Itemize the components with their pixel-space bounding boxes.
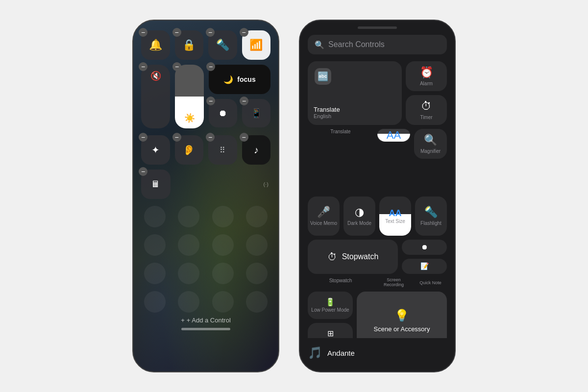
stopwatch-control[interactable]: ⏱ Stopwatch — [308, 240, 398, 274]
record-icon: ⏺ — [219, 108, 227, 119]
calculator-control[interactable]: − 🖩 — [141, 170, 171, 199]
music-icon: ♪ — [254, 145, 259, 156]
ear-icon: 👂 — [183, 144, 195, 156]
brightness-slider[interactable]: AA — [377, 129, 410, 142]
bell-icon: 🔔 — [149, 39, 162, 51]
bulb-icon: 💡 — [394, 309, 409, 322]
remove-badge[interactable]: − — [172, 133, 181, 142]
remove-badge[interactable]: − — [139, 28, 147, 37]
focus-label: focus — [237, 75, 255, 83]
remove-badge[interactable]: − — [240, 97, 248, 105]
accessibility-control[interactable]: − ⠿ — [208, 135, 237, 165]
remove-badge[interactable]: − — [206, 62, 215, 71]
low-power-icon: 🔋 — [325, 297, 335, 307]
remove-badge[interactable]: − — [139, 167, 147, 176]
volume-control[interactable]: − 🔇 — [141, 65, 170, 128]
wifi-icon: 📶 — [249, 39, 263, 51]
focus-control[interactable]: − 🌙 focus — [209, 65, 270, 94]
low-power-control[interactable]: 🔋 Low Power Mode — [308, 292, 353, 319]
lock-icon: 🔒 — [182, 39, 196, 51]
quick-note-label: Quick Note — [419, 280, 441, 285]
wifi-control[interactable]: − 📶 — [242, 30, 271, 60]
dot-grid — [141, 206, 270, 313]
lock-control[interactable]: − 🔒 — [175, 30, 204, 60]
remove-badge[interactable]: − — [139, 133, 147, 142]
translate-label-main: Translate — [314, 106, 340, 113]
add-icon: + — [181, 317, 185, 324]
alarm-label: Alarm — [420, 81, 433, 87]
scene-accessory-control[interactable]: 💡 Scene or Accessory — [357, 292, 447, 338]
phone-right: 🔍 Search Controls 🔤 Translate English ⏰ … — [299, 20, 456, 372]
flashlight-right-icon: 🔦 — [424, 206, 438, 219]
bell-control[interactable]: − 🔔 — [141, 30, 170, 60]
magnifier-label: Magnifier — [420, 148, 441, 154]
text-size-label: Text Size — [385, 219, 405, 224]
remove-badge[interactable]: − — [240, 133, 248, 142]
screen-recording-icon: ⏺ — [421, 243, 428, 251]
remote-icon: 📱 — [251, 108, 262, 119]
mute-icon: 🔇 — [150, 71, 161, 81]
low-power-label: Low Power Mode — [311, 307, 349, 313]
magnifier-control[interactable]: 🔍 Magnifier — [414, 129, 447, 159]
scan-code-control[interactable]: ⊞ Scan Code — [308, 323, 353, 338]
translate-control[interactable]: 🔤 Translate English — [308, 61, 402, 125]
timer-icon: ⏱ — [421, 100, 432, 113]
andante-icon: 🎵 — [308, 346, 322, 360]
add-control-label: + Add a Control — [187, 317, 231, 324]
add-control-button[interactable]: + + Add a Control — [181, 317, 231, 324]
calculator-icon: 🖩 — [151, 179, 160, 190]
remove-badge[interactable]: − — [139, 62, 147, 71]
panel-row-3: 🎤 Voice Memo ◑ Dark Mode AA Text Size 🔦 … — [308, 196, 447, 236]
alarm-icon: ⏰ — [420, 66, 433, 79]
remove-badge[interactable]: − — [172, 28, 181, 37]
moon-icon: 🌙 — [223, 75, 233, 84]
phone-left: − 🔔 − 🔒 − 🔦 − 📶 − 🔇 − ☀️ − 🌙 — [132, 20, 279, 372]
brightness-control[interactable]: − ☀️ — [175, 65, 204, 128]
andante-bar[interactable]: 🎵 Andante — [308, 342, 447, 364]
remove-badge[interactable]: − — [206, 133, 215, 142]
timer-label: Timer — [420, 115, 432, 121]
home-bar — [181, 328, 230, 330]
shazam-icon: ✦ — [151, 144, 160, 156]
remove-badge[interactable]: − — [240, 28, 248, 37]
flashlight-control[interactable]: − 🔦 — [208, 30, 237, 60]
remove-badge[interactable]: − — [172, 62, 181, 71]
notch-bar — [358, 26, 397, 29]
scan-code-icon: ⊞ — [327, 329, 334, 338]
translate-label-sub: English — [314, 113, 340, 119]
panel-row-1: 🔤 Translate English ⏰ Alarm ⏱ Timer — [308, 61, 447, 125]
wireless-icon: (·) — [264, 181, 269, 187]
screen-recording-label: ScreenRecording — [384, 278, 404, 288]
quick-note-control[interactable]: 📝 — [402, 259, 447, 274]
timer-control[interactable]: ⏱ Timer — [406, 95, 447, 125]
translate-bottom-label: Translate — [330, 129, 350, 134]
text-size-control[interactable]: AA Text Size — [379, 196, 411, 236]
panel-labels-row: Stopwatch ScreenRecording Quick Note — [308, 278, 447, 288]
music-control[interactable]: − ♪ ♥ — [242, 135, 271, 165]
controls-panel: 🔤 Translate English ⏰ Alarm ⏱ Timer — [308, 61, 447, 338]
panel-row-4: ⏱ Stopwatch ⏺ 📝 — [308, 240, 447, 274]
magnifier-icon: 🔍 — [424, 134, 437, 147]
scene-label: Scene or Accessory — [374, 325, 430, 333]
dark-mode-icon: ◑ — [355, 206, 364, 219]
andante-label: Andante — [327, 349, 355, 357]
flashlight-right-control[interactable]: 🔦 Flashlight — [415, 196, 447, 236]
remote-control[interactable]: − 📱 — [242, 99, 270, 127]
search-bar[interactable]: 🔍 Search Controls — [308, 35, 447, 54]
screen-recording-control[interactable]: ⏺ — [402, 240, 447, 255]
remove-badge[interactable]: − — [206, 97, 215, 105]
alarm-control[interactable]: ⏰ Alarm — [406, 61, 447, 91]
accessibility-icon: ⠿ — [220, 146, 225, 155]
shazam-control[interactable]: − ✦ — [141, 135, 170, 165]
voice-memo-label: Voice Memo — [310, 220, 337, 226]
stopwatch-label: Stopwatch — [342, 252, 379, 261]
remove-badge[interactable]: − — [206, 28, 215, 37]
media-control[interactable]: − ⏺ — [209, 99, 237, 127]
dark-mode-control[interactable]: ◑ Dark Mode — [343, 196, 375, 236]
search-icon: 🔍 — [315, 40, 324, 49]
search-input[interactable]: Search Controls — [328, 40, 385, 49]
hearing-control[interactable]: − 👂 — [175, 135, 204, 165]
dark-mode-label: Dark Mode — [347, 220, 371, 226]
flashlight-right-label: Flashlight — [420, 220, 441, 226]
voice-memo-control[interactable]: 🎤 Voice Memo — [308, 196, 340, 236]
